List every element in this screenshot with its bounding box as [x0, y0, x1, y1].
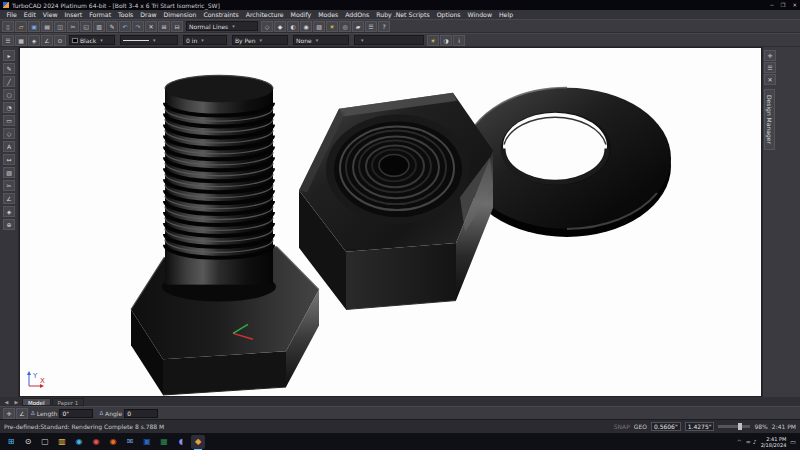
- washer-3d[interactable]: [463, 88, 671, 237]
- tab-model[interactable]: Model: [22, 398, 51, 406]
- menu-dimension[interactable]: Dimension: [160, 11, 200, 18]
- menu-options[interactable]: Options: [433, 11, 464, 18]
- taskbar-clock[interactable]: 2:41 PM 2/18/2024: [761, 436, 787, 448]
- word-icon[interactable]: ▣: [140, 435, 154, 449]
- start-button[interactable]: ⊞: [4, 435, 18, 449]
- quality-render-icon[interactable]: ◉: [300, 21, 312, 32]
- hatch-tool-icon[interactable]: ▨: [3, 167, 15, 178]
- tab-scroll-left-button[interactable]: ◀: [2, 399, 11, 405]
- draft-render-icon[interactable]: ◐: [287, 21, 299, 32]
- info-icon[interactable]: i: [453, 35, 465, 46]
- bolt-3d[interactable]: [131, 75, 319, 395]
- pen-color-dropdown[interactable]: Black ▾: [69, 35, 115, 45]
- menu-ruby-net-scripts[interactable]: Ruby .Net Scripts: [373, 11, 433, 18]
- menu-file[interactable]: File: [3, 11, 20, 18]
- print-icon[interactable]: ▤: [41, 21, 53, 32]
- copy-icon[interactable]: ◱: [80, 21, 92, 32]
- menu-help[interactable]: Help: [495, 11, 516, 18]
- minimize-button[interactable]: ─: [770, 2, 773, 8]
- new-icon[interactable]: ▯: [2, 21, 14, 32]
- print-preview-icon[interactable]: ◫: [54, 21, 66, 32]
- pen-tool-icon[interactable]: ✎: [3, 63, 15, 74]
- excel-icon[interactable]: ▦: [157, 435, 171, 449]
- select-tool-icon[interactable]: ▸: [3, 50, 15, 61]
- explode-icon[interactable]: ⊟: [171, 21, 183, 32]
- grid-icon[interactable]: ▦: [15, 35, 27, 46]
- open-icon[interactable]: ▱: [15, 21, 27, 32]
- group-icon[interactable]: ⊞: [158, 21, 170, 32]
- camera-icon[interactable]: ◎: [339, 21, 351, 32]
- redo-icon[interactable]: ↷: [132, 21, 144, 32]
- menu-architecture[interactable]: Architecture: [242, 11, 287, 18]
- pen-width-dropdown[interactable]: 0 in ▾: [183, 35, 227, 45]
- model-viewport[interactable]: [20, 48, 761, 396]
- save-icon[interactable]: ▣: [28, 21, 40, 32]
- brush-style-dropdown[interactable]: By Pen ▾: [232, 35, 288, 45]
- zoom-tool-icon[interactable]: ⊕: [3, 219, 15, 230]
- chrome-icon[interactable]: ◉: [89, 435, 103, 449]
- snap-toggle[interactable]: SNAP: [614, 423, 630, 430]
- menu-modify[interactable]: Modify: [287, 11, 315, 18]
- cut-icon[interactable]: ✂: [67, 21, 79, 32]
- file-explorer-icon[interactable]: ▥: [55, 435, 69, 449]
- menu-addons[interactable]: AddOns: [342, 11, 373, 18]
- nut-3d[interactable]: [299, 93, 493, 310]
- snap-tool-icon[interactable]: ◈: [3, 206, 15, 217]
- tab-scroll-right-button[interactable]: ▶: [12, 399, 21, 405]
- edge-icon[interactable]: ◉: [72, 435, 86, 449]
- network-icon[interactable]: ≈: [746, 438, 751, 445]
- line-tool-icon[interactable]: ╱: [3, 76, 15, 87]
- properties-icon[interactable]: ☰: [365, 21, 377, 32]
- zoom-slider[interactable]: [718, 425, 750, 428]
- polygon-tool-icon[interactable]: ◇: [3, 128, 15, 139]
- lightbulb-icon[interactable]: ☀: [427, 35, 439, 46]
- trim-tool-icon[interactable]: ✂: [3, 180, 15, 191]
- text-tool-icon[interactable]: A: [3, 141, 15, 152]
- zoom-slider-thumb[interactable]: [738, 423, 742, 430]
- volume-icon[interactable]: ♪: [753, 438, 757, 445]
- menu-draw[interactable]: Draw: [137, 11, 160, 18]
- menu-modes[interactable]: Modes: [315, 11, 342, 18]
- wireframe-icon[interactable]: ◇: [261, 21, 273, 32]
- lights-icon[interactable]: ☀: [326, 21, 338, 32]
- tray-chevron-icon[interactable]: ^: [737, 438, 742, 445]
- turbocad-taskbar-icon[interactable]: ◆: [191, 435, 205, 449]
- undo-icon[interactable]: ↶: [119, 21, 131, 32]
- close-button[interactable]: ✕: [792, 2, 797, 8]
- osnap-icon[interactable]: ⊙: [54, 35, 66, 46]
- coord-lock-icon[interactable]: ✛: [3, 408, 15, 419]
- menu-view[interactable]: View: [39, 11, 61, 18]
- menu-tools[interactable]: Tools: [115, 11, 137, 18]
- coord-angle-icon[interactable]: ∠: [16, 408, 28, 419]
- measure-tool-icon[interactable]: ∠: [3, 193, 15, 204]
- help-icon[interactable]: ?: [378, 21, 390, 32]
- geo-toggle[interactable]: GEO: [634, 423, 647, 430]
- maximize-button[interactable]: ❐: [780, 2, 785, 8]
- outlook-icon[interactable]: ✉: [123, 435, 137, 449]
- hatch-dropdown[interactable]: None ▾: [293, 35, 349, 45]
- paste-icon[interactable]: ▥: [93, 21, 105, 32]
- layer-dropdown[interactable]: ▾: [354, 35, 424, 45]
- hidden-line-icon[interactable]: ◆: [274, 21, 286, 32]
- pin-icon[interactable]: ✛: [764, 50, 776, 61]
- render-settings-icon[interactable]: ◑: [440, 35, 452, 46]
- arc-tool-icon[interactable]: ◔: [3, 102, 15, 113]
- delete-icon[interactable]: ✕: [145, 21, 157, 32]
- dimension-tool-icon[interactable]: ↔: [3, 154, 15, 165]
- line-style-dropdown[interactable]: Normal Lines ▾: [186, 21, 258, 31]
- task-view-button[interactable]: ▢: [38, 435, 52, 449]
- menu-window[interactable]: Window: [464, 11, 495, 18]
- pen-pattern-dropdown[interactable]: ▾: [120, 35, 178, 45]
- circle-tool-icon[interactable]: ○: [3, 89, 15, 100]
- drawing-canvas[interactable]: Y X: [19, 47, 762, 397]
- tab-paper-1[interactable]: Paper 1: [52, 398, 85, 406]
- panel-menu-icon[interactable]: ☰: [764, 62, 776, 73]
- snap-magnet-icon[interactable]: ◈: [28, 35, 40, 46]
- menu-format[interactable]: Format: [86, 11, 115, 18]
- discord-icon[interactable]: ◖: [174, 435, 188, 449]
- firefox-icon[interactable]: ◉: [106, 435, 120, 449]
- menu-edit[interactable]: Edit: [20, 11, 39, 18]
- rect-tool-icon[interactable]: ▭: [3, 115, 15, 126]
- panel-close-icon[interactable]: ✕: [764, 74, 776, 85]
- layers-icon[interactable]: ☰: [2, 35, 14, 46]
